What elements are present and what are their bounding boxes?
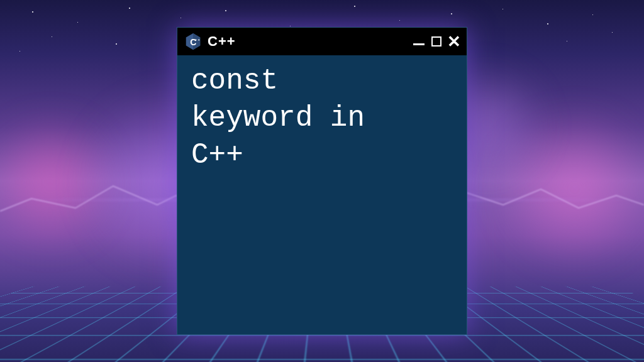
terminal-content: const keyword in C++ xyxy=(177,55,467,182)
cpp-logo-icon: C + + xyxy=(184,32,203,51)
close-button[interactable]: ✕ xyxy=(448,35,460,48)
code-line: keyword in xyxy=(191,100,453,137)
window-title: C++ xyxy=(208,33,408,50)
window-controls: ✕ xyxy=(413,35,460,48)
minimize-button[interactable] xyxy=(413,35,425,48)
code-line: const xyxy=(191,63,453,100)
maximize-button[interactable] xyxy=(430,35,443,48)
terminal-window: C + + C++ ✕ const keyword in C++ xyxy=(177,27,467,335)
code-line: C++ xyxy=(191,137,453,174)
titlebar[interactable]: C + + C++ ✕ xyxy=(177,28,467,55)
